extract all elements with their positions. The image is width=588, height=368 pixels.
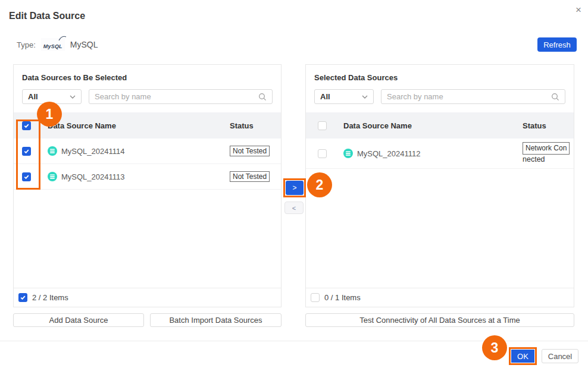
footer-select-all-checkbox[interactable]: [18, 293, 27, 302]
step3-badge: 3: [482, 335, 507, 360]
left-search-box: [89, 89, 273, 104]
add-data-source-button[interactable]: Add Data Source: [13, 313, 144, 327]
type-row: Type: MySQL MySQL: [17, 37, 98, 52]
footer-select-all-checkbox[interactable]: [311, 293, 320, 302]
right-select-all-checkbox[interactable]: [318, 121, 327, 130]
ok-button[interactable]: OK: [511, 350, 534, 363]
batch-import-button[interactable]: Batch Import Data Sources: [150, 313, 282, 327]
row-checkbox[interactable]: [318, 149, 327, 158]
type-value: MySQL: [70, 40, 98, 49]
data-source-name: MySQL_20241112: [357, 149, 420, 158]
step1-highlight-rect: [16, 119, 40, 190]
database-icon: [48, 146, 57, 156]
database-icon: [343, 149, 353, 158]
right-col-status: Status: [523, 121, 565, 130]
cancel-button[interactable]: Cancel: [542, 349, 578, 363]
search-icon[interactable]: [258, 93, 267, 101]
left-item-count: 2 / 2 Items: [32, 293, 68, 302]
right-empty-area: [306, 169, 574, 288]
close-icon[interactable]: ×: [576, 5, 581, 15]
left-filter-value: All: [28, 92, 38, 101]
search-icon[interactable]: [551, 93, 559, 101]
status-badge-overflow: nected: [523, 155, 565, 165]
table-row[interactable]: MySQL_20241114 Not Tested: [14, 139, 281, 164]
left-empty-area: [14, 190, 281, 288]
right-search-box: [381, 89, 565, 104]
chevron-down-icon: [362, 95, 368, 99]
step3-highlight-rect: OK: [509, 347, 537, 365]
right-filter-row: All: [314, 89, 565, 104]
mysql-logo-icon: MySQL: [41, 38, 65, 51]
dialog-title: Edit Data Source: [9, 11, 85, 21]
database-icon: [48, 172, 57, 181]
test-connectivity-button[interactable]: Test Connectivity of All Data Sources at…: [305, 313, 574, 327]
right-item-count: 0 / 1 Items: [324, 293, 361, 302]
left-search-input[interactable]: [95, 92, 255, 101]
left-panel-title: Data Sources to Be Selected: [22, 73, 273, 82]
right-filter-value: All: [320, 92, 330, 101]
right-panel-title: Selected Data Sources: [314, 73, 565, 82]
type-label: Type:: [17, 40, 36, 49]
move-left-button[interactable]: <: [284, 202, 304, 214]
chevron-down-icon: [70, 95, 76, 99]
data-source-name: MySQL_20241113: [61, 172, 124, 181]
right-search-input[interactable]: [387, 92, 548, 101]
left-col-status: Status: [230, 121, 273, 130]
right-col-name: Data Source Name: [327, 121, 523, 130]
refresh-button[interactable]: Refresh: [537, 37, 577, 52]
check-icon: [20, 294, 26, 301]
panel-sources-to-select: Data Sources to Be Selected All Data Sou…: [13, 64, 282, 307]
right-table-header: Data Source Name Status: [306, 112, 574, 139]
right-type-filter-select[interactable]: All: [314, 89, 374, 104]
table-row[interactable]: MySQL_20241112 Network Con nected: [306, 139, 574, 169]
move-right-button[interactable]: >: [286, 181, 304, 195]
panel-selected-sources: Selected Data Sources All Data Source Na…: [305, 64, 574, 307]
left-col-name: Data Source Name: [31, 121, 230, 130]
data-source-name: MySQL_20241114: [61, 147, 124, 156]
step2-badge: 2: [307, 172, 332, 197]
status-badge: Not Tested: [230, 146, 270, 156]
right-panel-footer: 0 / 1 Items: [306, 288, 574, 307]
step1-badge: 1: [37, 102, 62, 127]
left-filter-row: All: [22, 89, 273, 104]
left-panel-footer: 2 / 2 Items: [14, 288, 281, 307]
status-badge: Not Tested: [230, 171, 270, 182]
table-row[interactable]: MySQL_20241113 Not Tested: [14, 164, 281, 190]
step2-highlight-rect: >: [283, 178, 306, 197]
status-badge: Network Con: [523, 142, 570, 155]
status-wrapped: Network Con nected: [523, 142, 565, 165]
